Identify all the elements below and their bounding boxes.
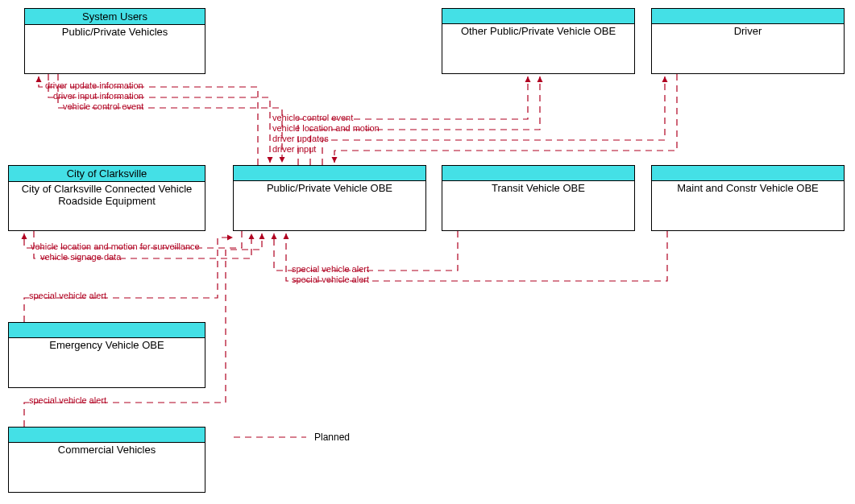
- flow-special-alert-maint: special vehicle alert: [292, 275, 369, 284]
- flow-special-alert-transit: special vehicle alert: [292, 264, 369, 274]
- node-city-clarksville[interactable]: City of Clarksville City of Clarksville …: [8, 165, 205, 231]
- node-public-private-obe-body: Public/Private Vehicle OBE: [234, 181, 425, 196]
- flow-driver-updates: driver updates: [272, 134, 329, 143]
- node-commercial[interactable]: Commercial Vehicles: [8, 427, 205, 493]
- node-driver-header: [652, 9, 844, 24]
- node-other-obe-body: Other Public/Private Vehicle OBE: [442, 24, 634, 39]
- node-city-clarksville-header: City of Clarksville: [9, 166, 205, 182]
- node-transit-obe[interactable]: Transit Vehicle OBE: [442, 165, 635, 231]
- node-system-users[interactable]: System Users Public/Private Vehicles: [24, 8, 205, 74]
- node-emergency-obe-body: Emergency Vehicle OBE: [9, 338, 205, 353]
- node-driver-body: Driver: [652, 24, 844, 39]
- flow-driver-input: driver input: [272, 144, 316, 154]
- flow-vehicle-control-event1: vehicle control event: [63, 101, 143, 111]
- node-driver[interactable]: Driver: [651, 8, 845, 74]
- node-maint-obe-body: Maint and Constr Vehicle OBE: [652, 181, 844, 196]
- node-system-users-body: Public/Private Vehicles: [25, 25, 205, 40]
- node-transit-obe-body: Transit Vehicle OBE: [442, 181, 634, 196]
- node-system-users-header: System Users: [25, 9, 205, 25]
- flow-vehicle-signage: vehicle signage data: [40, 252, 121, 262]
- node-other-obe[interactable]: Other Public/Private Vehicle OBE: [442, 8, 635, 74]
- legend-planned: Planned: [314, 432, 350, 443]
- flow-vehicle-loc-motion: vehicle location and motion: [272, 123, 380, 133]
- node-maint-obe[interactable]: Maint and Constr Vehicle OBE: [651, 165, 845, 231]
- flow-vehicle-control-event2: vehicle control event: [272, 113, 353, 122]
- flow-special-alert-emergency: special vehicle alert: [29, 291, 106, 300]
- node-public-private-obe[interactable]: Public/Private Vehicle OBE: [233, 165, 426, 231]
- flow-driver-update-info: driver update information: [45, 81, 143, 90]
- flow-driver-input-info: driver input information: [53, 91, 143, 101]
- node-public-private-obe-header: [234, 166, 425, 181]
- node-city-clarksville-body: City of Clarksville Connected Vehicle Ro…: [9, 182, 205, 209]
- node-transit-obe-header: [442, 166, 634, 181]
- node-emergency-obe-header: [9, 323, 205, 338]
- node-emergency-obe[interactable]: Emergency Vehicle OBE: [8, 322, 205, 388]
- node-other-obe-header: [442, 9, 634, 24]
- node-commercial-header: [9, 428, 205, 443]
- node-commercial-body: Commercial Vehicles: [9, 443, 205, 458]
- flow-vehicle-loc-surv: vehicle location and motion for surveill…: [31, 242, 200, 251]
- flow-special-alert-commercial: special vehicle alert: [29, 395, 106, 405]
- node-maint-obe-header: [652, 166, 844, 181]
